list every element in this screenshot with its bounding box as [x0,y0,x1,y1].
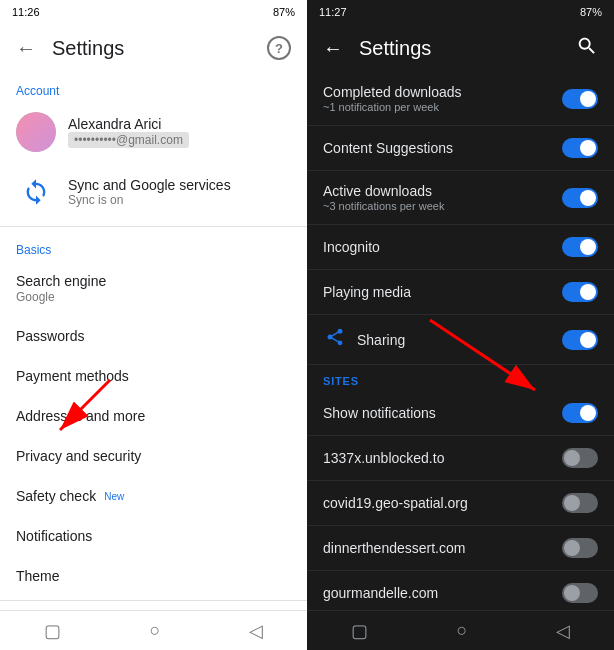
item-title-safety: Safety check [16,488,96,504]
content-suggestions-title: Content Suggestions [323,140,453,156]
settings-item-passwords[interactable]: Passwords [0,316,307,356]
bottom-bar-right: ▢ ○ ◁ [307,610,614,650]
settings-item-privacy[interactable]: Privacy and security [0,436,307,476]
nav-back-right[interactable]: ◁ [556,620,570,642]
dark-item-left-dinner: dinnerthendessert.com [323,540,562,556]
dark-item-text-show-notif: Show notifications [323,405,436,421]
completed-downloads-subtitle: ~1 notification per week [323,101,462,113]
dark-item-left-covid19: covid19.geo-spatial.org [323,495,562,511]
toggle-completed-downloads[interactable] [562,89,598,109]
site-dinner-title: dinnerthendessert.com [323,540,465,556]
bottom-bar-left: ▢ ○ ◁ [0,610,307,650]
dark-item-active-downloads[interactable]: Active downloads ~3 notifications per we… [307,171,614,225]
nav-circle-left[interactable]: ○ [150,620,161,641]
sync-icon [16,172,56,212]
dark-item-text-dinner: dinnerthendessert.com [323,540,465,556]
sync-title: Sync and Google services [68,177,231,193]
dark-item-text-covid19: covid19.geo-spatial.org [323,495,468,511]
toggle-playing-media[interactable] [562,282,598,302]
divider-1 [0,226,307,227]
settings-item-payment[interactable]: Payment methods [0,356,307,396]
battery-left: 87% [273,6,295,18]
toggle-incognito[interactable] [562,237,598,257]
dark-item-left-completed: Completed downloads ~1 notification per … [323,84,562,113]
toggle-site-1337x[interactable] [562,448,598,468]
site-gourmandelle-title: gourmandelle.com [323,585,438,601]
right-panel: 11:27 87% ← Settings Complet [307,0,614,650]
account-row[interactable]: Alexandra Arici ••••••••••@gmail.com [0,102,307,162]
sync-row[interactable]: Sync and Google services Sync is on [0,162,307,222]
status-icons-left: 87% [273,6,295,18]
dark-item-site-dinner[interactable]: dinnerthendessert.com [307,526,614,571]
dark-item-text-1337x: 1337x.unblocked.to [323,450,444,466]
nav-square-left[interactable]: ▢ [44,620,61,642]
status-icons-right: 87% [580,6,602,18]
dark-item-left-gourmandelle: gourmandelle.com [323,585,562,601]
toggle-content-suggestions[interactable] [562,138,598,158]
toggle-sharing[interactable] [562,330,598,350]
dark-settings-content: Completed downloads ~1 notification per … [307,72,614,610]
dark-item-left-content: Content Suggestions [323,140,562,156]
status-bar-right: 11:27 87% [307,0,614,24]
back-arrow-right[interactable]: ← [323,37,343,60]
toggle-site-gourmandelle[interactable] [562,583,598,603]
toggle-site-dinner[interactable] [562,538,598,558]
section-label-account: Account [0,72,307,102]
account-info: Alexandra Arici ••••••••••@gmail.com [68,116,189,148]
site-covid19-title: covid19.geo-spatial.org [323,495,468,511]
active-downloads-subtitle: ~3 notifications per week [323,200,444,212]
sync-subtitle: Sync is on [68,193,231,207]
dark-item-site-covid19[interactable]: covid19.geo-spatial.org [307,481,614,526]
toggle-active-downloads[interactable] [562,188,598,208]
dark-item-left-sharing: Sharing [323,327,562,352]
nav-circle-right[interactable]: ○ [457,620,468,641]
item-title-addresses: Addresses and more [16,408,291,424]
dark-item-playing-media[interactable]: Playing media [307,270,614,315]
settings-item-notifications[interactable]: Notifications [0,516,307,556]
toggle-show-notifications[interactable] [562,403,598,423]
dark-item-completed-downloads[interactable]: Completed downloads ~1 notification per … [307,72,614,126]
playing-media-title: Playing media [323,284,411,300]
sync-info: Sync and Google services Sync is on [68,177,231,207]
top-bar-left-group: ← Settings [16,37,124,60]
dark-item-left-show-notif: Show notifications [323,405,562,421]
sites-section-label: SITES [307,365,614,391]
dark-item-left-media: Playing media [323,284,562,300]
dark-item-content-suggestions[interactable]: Content Suggestions [307,126,614,171]
dark-item-sharing[interactable]: Sharing [307,315,614,365]
new-badge: New [104,491,124,502]
back-arrow-left[interactable]: ← [16,37,36,60]
dark-item-text-media: Playing media [323,284,411,300]
divider-2 [0,600,307,601]
toggle-site-covid19[interactable] [562,493,598,513]
settings-item-addresses[interactable]: Addresses and more [0,396,307,436]
dark-item-show-notifications[interactable]: Show notifications [307,391,614,436]
dark-item-incognito[interactable]: Incognito [307,225,614,270]
section-label-basics: Basics [0,231,307,261]
safety-row: Safety check New [16,488,291,504]
battery-right: 87% [580,6,602,18]
item-title-payment: Payment methods [16,368,291,384]
item-title-passwords: Passwords [16,328,291,344]
settings-item-safety[interactable]: Safety check New [0,476,307,516]
help-icon[interactable]: ? [267,36,291,60]
dark-item-site-1337x[interactable]: 1337x.unblocked.to [307,436,614,481]
site-1337x-title: 1337x.unblocked.to [323,450,444,466]
left-panel: 11:26 87% ← Settings ? Account Alexandra… [0,0,307,650]
active-downloads-title: Active downloads [323,183,444,199]
account-name: Alexandra Arici [68,116,189,132]
dark-item-text-sharing: Sharing [357,332,405,348]
dark-item-site-gourmandelle[interactable]: gourmandelle.com [307,571,614,610]
nav-square-right[interactable]: ▢ [351,620,368,642]
dark-item-text-incognito: Incognito [323,239,380,255]
nav-back-left[interactable]: ◁ [249,620,263,642]
sharing-icon [323,327,347,352]
top-bar-right-group: ← Settings [323,37,431,60]
settings-item-theme[interactable]: Theme [0,556,307,596]
settings-item-search-engine[interactable]: Search engine Google [0,261,307,316]
top-bar-right: ← Settings [307,24,614,72]
search-icon-right[interactable] [576,35,598,62]
incognito-title: Incognito [323,239,380,255]
page-title-left: Settings [52,37,124,60]
item-title-privacy: Privacy and security [16,448,291,464]
